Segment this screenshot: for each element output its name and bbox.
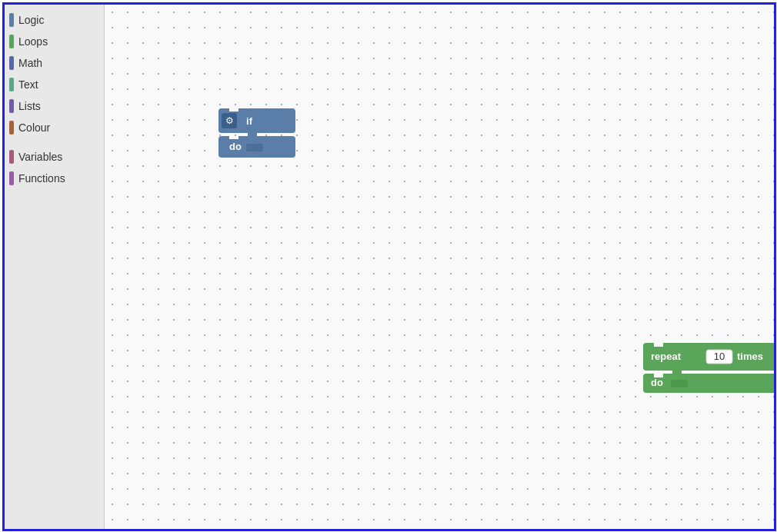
lists-color-bar [9, 99, 14, 113]
sidebar-label-variables: Variables [18, 151, 62, 163]
repeat-block[interactable]: repeat 10 times do [643, 343, 774, 396]
sidebar-label-logic: Logic [18, 14, 44, 26]
svg-text:if: if [246, 115, 253, 127]
sidebar-label-functions: Functions [18, 172, 65, 185]
variables-color-bar [9, 150, 14, 164]
sidebar-item-lists[interactable]: Lists [5, 95, 104, 117]
sidebar-item-loops[interactable]: Loops [5, 31, 104, 52]
text-color-bar [9, 78, 14, 91]
svg-text:repeat: repeat [651, 351, 682, 362]
repeat-block-svg: repeat 10 times do [643, 343, 774, 393]
sidebar: Logic Loops Math Text Lists Colour Varia… [5, 5, 105, 529]
loops-color-bar [9, 35, 14, 48]
svg-text:10: 10 [714, 351, 725, 362]
workspace[interactable]: ⚙ if do repeat 10 [105, 5, 774, 529]
sidebar-item-math[interactable]: Math [5, 52, 104, 74]
main-container: Logic Loops Math Text Lists Colour Varia… [2, 2, 776, 531]
svg-text:do: do [651, 377, 663, 388]
if-block-svg: ⚙ if do [218, 108, 295, 161]
svg-text:times: times [737, 351, 763, 362]
sidebar-label-math: Math [18, 57, 42, 69]
logic-color-bar [9, 13, 14, 27]
svg-text:⚙: ⚙ [225, 115, 234, 126]
math-color-bar [9, 56, 14, 70]
sidebar-item-logic[interactable]: Logic [5, 9, 104, 31]
sidebar-item-variables[interactable]: Variables [5, 146, 104, 168]
sidebar-divider [5, 138, 104, 146]
functions-color-bar [9, 171, 14, 185]
sidebar-item-colour[interactable]: Colour [5, 117, 104, 138]
colour-color-bar [9, 121, 14, 135]
sidebar-item-text[interactable]: Text [5, 74, 104, 95]
sidebar-label-text: Text [18, 78, 38, 91]
svg-text:do: do [229, 141, 242, 152]
sidebar-label-lists: Lists [18, 100, 41, 112]
sidebar-label-colour: Colour [18, 121, 50, 134]
sidebar-item-functions[interactable]: Functions [5, 168, 104, 189]
svg-rect-10 [671, 380, 688, 387]
sidebar-label-loops: Loops [18, 35, 48, 48]
svg-rect-4 [246, 144, 263, 151]
if-block[interactable]: ⚙ if do [218, 108, 295, 164]
